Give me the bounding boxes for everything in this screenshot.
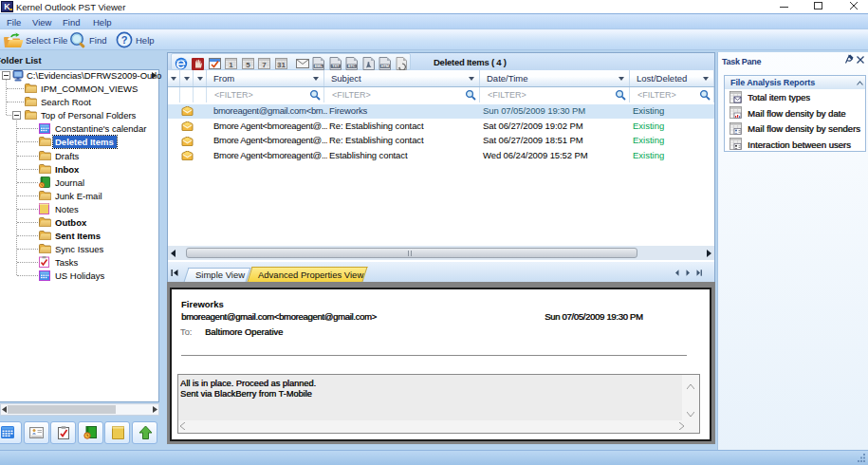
svg-text:ETC: ETC [348,65,356,68]
svg-text:7: 7 [262,61,267,69]
svg-text:TXT: TXT [332,65,340,68]
svg-text:5: 5 [246,61,250,69]
svg-text:31: 31 [277,61,286,69]
svg-text:1: 1 [229,61,233,69]
svg-text:EML: EML [315,65,323,68]
svg-text:HTM: HTM [381,65,389,68]
svg-text:?: ? [121,34,128,46]
